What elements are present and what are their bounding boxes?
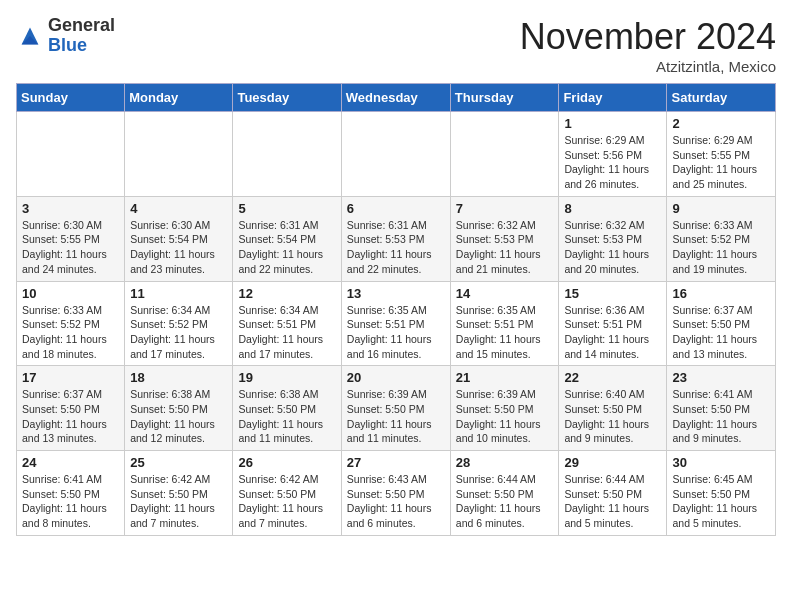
day-info: Sunrise: 6:35 AM Sunset: 5:51 PM Dayligh…	[347, 303, 445, 362]
title-block: November 2024 Atzitzintla, Mexico	[520, 16, 776, 75]
calendar-cell: 11Sunrise: 6:34 AM Sunset: 5:52 PM Dayli…	[125, 281, 233, 366]
day-number: 17	[22, 370, 119, 385]
calendar-cell: 17Sunrise: 6:37 AM Sunset: 5:50 PM Dayli…	[17, 366, 125, 451]
weekday-header-monday: Monday	[125, 84, 233, 112]
day-info: Sunrise: 6:31 AM Sunset: 5:54 PM Dayligh…	[238, 218, 335, 277]
weekday-header-saturday: Saturday	[667, 84, 776, 112]
weekday-header-tuesday: Tuesday	[233, 84, 341, 112]
day-number: 23	[672, 370, 770, 385]
day-info: Sunrise: 6:40 AM Sunset: 5:50 PM Dayligh…	[564, 387, 661, 446]
day-number: 16	[672, 286, 770, 301]
day-info: Sunrise: 6:39 AM Sunset: 5:50 PM Dayligh…	[456, 387, 554, 446]
calendar-cell: 12Sunrise: 6:34 AM Sunset: 5:51 PM Dayli…	[233, 281, 341, 366]
day-info: Sunrise: 6:33 AM Sunset: 5:52 PM Dayligh…	[22, 303, 119, 362]
day-number: 2	[672, 116, 770, 131]
week-row-3: 10Sunrise: 6:33 AM Sunset: 5:52 PM Dayli…	[17, 281, 776, 366]
day-info: Sunrise: 6:41 AM Sunset: 5:50 PM Dayligh…	[672, 387, 770, 446]
calendar-cell	[17, 112, 125, 197]
calendar-cell: 6Sunrise: 6:31 AM Sunset: 5:53 PM Daylig…	[341, 196, 450, 281]
day-number: 24	[22, 455, 119, 470]
day-number: 11	[130, 286, 227, 301]
calendar-cell	[450, 112, 559, 197]
week-row-4: 17Sunrise: 6:37 AM Sunset: 5:50 PM Dayli…	[17, 366, 776, 451]
day-number: 22	[564, 370, 661, 385]
calendar-cell: 13Sunrise: 6:35 AM Sunset: 5:51 PM Dayli…	[341, 281, 450, 366]
calendar-table: SundayMondayTuesdayWednesdayThursdayFrid…	[16, 83, 776, 536]
location-text: Atzitzintla, Mexico	[520, 58, 776, 75]
day-info: Sunrise: 6:37 AM Sunset: 5:50 PM Dayligh…	[672, 303, 770, 362]
day-info: Sunrise: 6:44 AM Sunset: 5:50 PM Dayligh…	[456, 472, 554, 531]
day-info: Sunrise: 6:33 AM Sunset: 5:52 PM Dayligh…	[672, 218, 770, 277]
calendar-cell: 14Sunrise: 6:35 AM Sunset: 5:51 PM Dayli…	[450, 281, 559, 366]
day-info: Sunrise: 6:39 AM Sunset: 5:50 PM Dayligh…	[347, 387, 445, 446]
day-number: 8	[564, 201, 661, 216]
day-info: Sunrise: 6:32 AM Sunset: 5:53 PM Dayligh…	[456, 218, 554, 277]
calendar-cell: 22Sunrise: 6:40 AM Sunset: 5:50 PM Dayli…	[559, 366, 667, 451]
day-info: Sunrise: 6:41 AM Sunset: 5:50 PM Dayligh…	[22, 472, 119, 531]
calendar-cell: 7Sunrise: 6:32 AM Sunset: 5:53 PM Daylig…	[450, 196, 559, 281]
day-number: 20	[347, 370, 445, 385]
logo-general-text: General	[48, 16, 115, 36]
day-number: 26	[238, 455, 335, 470]
week-row-5: 24Sunrise: 6:41 AM Sunset: 5:50 PM Dayli…	[17, 451, 776, 536]
weekday-header-wednesday: Wednesday	[341, 84, 450, 112]
calendar-cell: 4Sunrise: 6:30 AM Sunset: 5:54 PM Daylig…	[125, 196, 233, 281]
day-info: Sunrise: 6:38 AM Sunset: 5:50 PM Dayligh…	[238, 387, 335, 446]
day-info: Sunrise: 6:43 AM Sunset: 5:50 PM Dayligh…	[347, 472, 445, 531]
calendar-cell	[125, 112, 233, 197]
calendar-cell: 25Sunrise: 6:42 AM Sunset: 5:50 PM Dayli…	[125, 451, 233, 536]
day-info: Sunrise: 6:35 AM Sunset: 5:51 PM Dayligh…	[456, 303, 554, 362]
calendar-cell: 18Sunrise: 6:38 AM Sunset: 5:50 PM Dayli…	[125, 366, 233, 451]
calendar-cell	[341, 112, 450, 197]
day-number: 21	[456, 370, 554, 385]
day-info: Sunrise: 6:29 AM Sunset: 5:55 PM Dayligh…	[672, 133, 770, 192]
day-info: Sunrise: 6:29 AM Sunset: 5:56 PM Dayligh…	[564, 133, 661, 192]
calendar-cell: 10Sunrise: 6:33 AM Sunset: 5:52 PM Dayli…	[17, 281, 125, 366]
day-number: 25	[130, 455, 227, 470]
day-info: Sunrise: 6:36 AM Sunset: 5:51 PM Dayligh…	[564, 303, 661, 362]
calendar-cell: 28Sunrise: 6:44 AM Sunset: 5:50 PM Dayli…	[450, 451, 559, 536]
day-number: 14	[456, 286, 554, 301]
calendar-cell: 23Sunrise: 6:41 AM Sunset: 5:50 PM Dayli…	[667, 366, 776, 451]
day-number: 19	[238, 370, 335, 385]
day-info: Sunrise: 6:42 AM Sunset: 5:50 PM Dayligh…	[238, 472, 335, 531]
day-info: Sunrise: 6:32 AM Sunset: 5:53 PM Dayligh…	[564, 218, 661, 277]
weekday-header-row: SundayMondayTuesdayWednesdayThursdayFrid…	[17, 84, 776, 112]
calendar-cell: 29Sunrise: 6:44 AM Sunset: 5:50 PM Dayli…	[559, 451, 667, 536]
weekday-header-thursday: Thursday	[450, 84, 559, 112]
calendar-cell: 19Sunrise: 6:38 AM Sunset: 5:50 PM Dayli…	[233, 366, 341, 451]
calendar-cell: 24Sunrise: 6:41 AM Sunset: 5:50 PM Dayli…	[17, 451, 125, 536]
day-number: 9	[672, 201, 770, 216]
calendar-cell: 2Sunrise: 6:29 AM Sunset: 5:55 PM Daylig…	[667, 112, 776, 197]
day-info: Sunrise: 6:42 AM Sunset: 5:50 PM Dayligh…	[130, 472, 227, 531]
day-info: Sunrise: 6:34 AM Sunset: 5:51 PM Dayligh…	[238, 303, 335, 362]
day-number: 18	[130, 370, 227, 385]
day-info: Sunrise: 6:30 AM Sunset: 5:54 PM Dayligh…	[130, 218, 227, 277]
day-info: Sunrise: 6:37 AM Sunset: 5:50 PM Dayligh…	[22, 387, 119, 446]
calendar-cell: 9Sunrise: 6:33 AM Sunset: 5:52 PM Daylig…	[667, 196, 776, 281]
day-number: 28	[456, 455, 554, 470]
day-number: 5	[238, 201, 335, 216]
page-header: General Blue November 2024 Atzitzintla, …	[16, 16, 776, 75]
day-number: 30	[672, 455, 770, 470]
calendar-cell: 5Sunrise: 6:31 AM Sunset: 5:54 PM Daylig…	[233, 196, 341, 281]
day-number: 4	[130, 201, 227, 216]
calendar-cell: 20Sunrise: 6:39 AM Sunset: 5:50 PM Dayli…	[341, 366, 450, 451]
day-info: Sunrise: 6:44 AM Sunset: 5:50 PM Dayligh…	[564, 472, 661, 531]
day-info: Sunrise: 6:34 AM Sunset: 5:52 PM Dayligh…	[130, 303, 227, 362]
month-title: November 2024	[520, 16, 776, 58]
day-number: 10	[22, 286, 119, 301]
day-number: 3	[22, 201, 119, 216]
day-number: 12	[238, 286, 335, 301]
calendar-cell: 26Sunrise: 6:42 AM Sunset: 5:50 PM Dayli…	[233, 451, 341, 536]
calendar-cell: 27Sunrise: 6:43 AM Sunset: 5:50 PM Dayli…	[341, 451, 450, 536]
day-number: 7	[456, 201, 554, 216]
calendar-cell: 8Sunrise: 6:32 AM Sunset: 5:53 PM Daylig…	[559, 196, 667, 281]
calendar-cell: 3Sunrise: 6:30 AM Sunset: 5:55 PM Daylig…	[17, 196, 125, 281]
day-info: Sunrise: 6:31 AM Sunset: 5:53 PM Dayligh…	[347, 218, 445, 277]
logo[interactable]: General Blue	[16, 16, 115, 56]
week-row-2: 3Sunrise: 6:30 AM Sunset: 5:55 PM Daylig…	[17, 196, 776, 281]
day-number: 6	[347, 201, 445, 216]
week-row-1: 1Sunrise: 6:29 AM Sunset: 5:56 PM Daylig…	[17, 112, 776, 197]
day-info: Sunrise: 6:30 AM Sunset: 5:55 PM Dayligh…	[22, 218, 119, 277]
